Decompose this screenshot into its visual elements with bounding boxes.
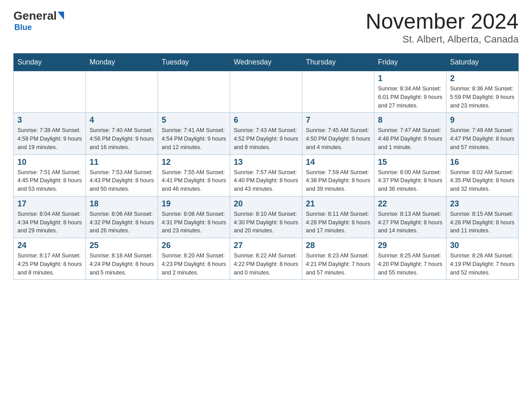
calendar-cell: 21Sunrise: 8:11 AM Sunset: 4:28 PM Dayli… [302,196,374,238]
calendar-cell: 15Sunrise: 8:00 AM Sunset: 4:37 PM Dayli… [374,154,446,196]
calendar-cell: 29Sunrise: 8:25 AM Sunset: 4:20 PM Dayli… [374,238,446,280]
weekday-header-tuesday: Tuesday [158,54,230,71]
calendar-cell: 14Sunrise: 7:59 AM Sunset: 4:38 PM Dayli… [302,154,374,196]
weekday-header-row: SundayMondayTuesdayWednesdayThursdayFrid… [14,54,519,71]
calendar-cell: 24Sunrise: 8:17 AM Sunset: 4:25 PM Dayli… [14,238,86,280]
day-number: 12 [162,158,226,167]
calendar-cell: 3Sunrise: 7:38 AM Sunset: 4:58 PM Daylig… [14,113,86,154]
calendar-cell: 8Sunrise: 7:47 AM Sunset: 4:48 PM Daylig… [374,113,446,154]
calendar-cell: 26Sunrise: 8:20 AM Sunset: 4:23 PM Dayli… [158,238,230,280]
day-info: Sunrise: 7:43 AM Sunset: 4:52 PM Dayligh… [234,126,298,151]
weekday-header-sunday: Sunday [14,54,86,71]
day-number: 17 [17,199,82,209]
day-info: Sunrise: 8:23 AM Sunset: 4:21 PM Dayligh… [306,252,370,277]
day-number: 21 [306,199,370,209]
day-number: 22 [378,199,442,209]
calendar-cell: 18Sunrise: 8:06 AM Sunset: 4:32 PM Dayli… [86,196,158,238]
logo-wordmark: General [13,9,64,23]
day-number: 15 [378,158,442,167]
day-number: 29 [378,241,442,250]
page-header: General Blue November 2024 St. Albert, A… [13,9,519,45]
day-number: 11 [90,158,154,167]
calendar-cell: 4Sunrise: 7:40 AM Sunset: 4:56 PM Daylig… [86,113,158,154]
day-info: Sunrise: 8:36 AM Sunset: 5:59 PM Dayligh… [450,85,515,110]
day-number: 5 [162,116,226,125]
day-number: 24 [17,241,82,250]
day-number: 2 [450,74,515,83]
day-number: 3 [17,116,82,125]
calendar-cell [230,71,302,113]
weekday-header-thursday: Thursday [302,54,374,71]
day-info: Sunrise: 7:38 AM Sunset: 4:58 PM Dayligh… [17,126,82,151]
calendar-week-row: 10Sunrise: 7:51 AM Sunset: 4:45 PM Dayli… [14,154,519,196]
logo-general-text: General [13,9,57,23]
calendar-cell: 2Sunrise: 8:36 AM Sunset: 5:59 PM Daylig… [446,71,519,113]
day-info: Sunrise: 7:51 AM Sunset: 4:45 PM Dayligh… [17,168,82,193]
day-number: 26 [162,241,226,250]
calendar-cell: 7Sunrise: 7:45 AM Sunset: 4:50 PM Daylig… [302,113,374,154]
calendar-week-row: 1Sunrise: 8:34 AM Sunset: 6:01 PM Daylig… [14,71,519,113]
calendar-cell: 11Sunrise: 7:53 AM Sunset: 4:43 PM Dayli… [86,154,158,196]
day-info: Sunrise: 8:13 AM Sunset: 4:27 PM Dayligh… [378,210,442,235]
day-info: Sunrise: 8:10 AM Sunset: 4:30 PM Dayligh… [234,210,298,235]
day-info: Sunrise: 8:02 AM Sunset: 4:35 PM Dayligh… [450,168,515,193]
calendar-cell: 10Sunrise: 7:51 AM Sunset: 4:45 PM Dayli… [14,154,86,196]
day-number: 6 [234,116,298,125]
day-info: Sunrise: 7:40 AM Sunset: 4:56 PM Dayligh… [90,126,154,151]
day-info: Sunrise: 8:00 AM Sunset: 4:37 PM Dayligh… [378,168,442,193]
day-number: 28 [306,241,370,250]
day-info: Sunrise: 8:34 AM Sunset: 6:01 PM Dayligh… [378,85,442,110]
calendar-cell: 19Sunrise: 8:08 AM Sunset: 4:31 PM Dayli… [158,196,230,238]
day-info: Sunrise: 8:15 AM Sunset: 4:26 PM Dayligh… [450,210,515,235]
logo-blue-text: Blue [14,23,32,32]
day-number: 9 [450,116,515,125]
day-info: Sunrise: 8:17 AM Sunset: 4:25 PM Dayligh… [17,252,82,277]
day-info: Sunrise: 8:25 AM Sunset: 4:20 PM Dayligh… [378,252,442,277]
day-number: 1 [378,74,442,83]
weekday-header-wednesday: Wednesday [230,54,302,71]
calendar-cell: 23Sunrise: 8:15 AM Sunset: 4:26 PM Dayli… [446,196,519,238]
day-info: Sunrise: 7:59 AM Sunset: 4:38 PM Dayligh… [306,168,370,193]
day-info: Sunrise: 8:08 AM Sunset: 4:31 PM Dayligh… [162,210,226,235]
calendar-cell [86,71,158,113]
calendar-cell [302,71,374,113]
calendar-week-row: 24Sunrise: 8:17 AM Sunset: 4:25 PM Dayli… [14,238,519,280]
day-number: 13 [234,158,298,167]
day-number: 18 [90,199,154,209]
calendar-cell: 25Sunrise: 8:18 AM Sunset: 4:24 PM Dayli… [86,238,158,280]
calendar-cell: 13Sunrise: 7:57 AM Sunset: 4:40 PM Dayli… [230,154,302,196]
day-number: 8 [378,116,442,125]
day-info: Sunrise: 7:45 AM Sunset: 4:50 PM Dayligh… [306,126,370,151]
calendar-cell: 16Sunrise: 8:02 AM Sunset: 4:35 PM Dayli… [446,154,519,196]
day-info: Sunrise: 8:22 AM Sunset: 4:22 PM Dayligh… [234,252,298,277]
calendar-cell: 12Sunrise: 7:55 AM Sunset: 4:41 PM Dayli… [158,154,230,196]
day-number: 27 [234,241,298,250]
day-info: Sunrise: 8:20 AM Sunset: 4:23 PM Dayligh… [162,252,226,277]
calendar-cell: 27Sunrise: 8:22 AM Sunset: 4:22 PM Dayli… [230,238,302,280]
day-info: Sunrise: 7:41 AM Sunset: 4:54 PM Dayligh… [162,126,226,151]
weekday-header-saturday: Saturday [446,54,519,71]
calendar-cell: 5Sunrise: 7:41 AM Sunset: 4:54 PM Daylig… [158,113,230,154]
title-block: November 2024 St. Albert, Alberta, Canad… [365,9,519,45]
day-number: 20 [234,199,298,209]
day-info: Sunrise: 7:55 AM Sunset: 4:41 PM Dayligh… [162,168,226,193]
calendar-cell: 1Sunrise: 8:34 AM Sunset: 6:01 PM Daylig… [374,71,446,113]
logo: General Blue [13,9,64,32]
day-info: Sunrise: 8:06 AM Sunset: 4:32 PM Dayligh… [90,210,154,235]
weekday-header-friday: Friday [374,54,446,71]
calendar-table: SundayMondayTuesdayWednesdayThursdayFrid… [13,53,519,280]
day-number: 30 [450,241,515,250]
day-info: Sunrise: 8:04 AM Sunset: 4:34 PM Dayligh… [17,210,82,235]
day-number: 4 [90,116,154,125]
month-year-title: November 2024 [365,9,519,34]
calendar-week-row: 17Sunrise: 8:04 AM Sunset: 4:34 PM Dayli… [14,196,519,238]
day-info: Sunrise: 7:47 AM Sunset: 4:48 PM Dayligh… [378,126,442,151]
calendar-cell [14,71,86,113]
calendar-cell: 20Sunrise: 8:10 AM Sunset: 4:30 PM Dayli… [230,196,302,238]
calendar-cell: 28Sunrise: 8:23 AM Sunset: 4:21 PM Dayli… [302,238,374,280]
calendar-week-row: 3Sunrise: 7:38 AM Sunset: 4:58 PM Daylig… [14,113,519,154]
calendar-cell: 17Sunrise: 8:04 AM Sunset: 4:34 PM Dayli… [14,196,86,238]
day-number: 25 [90,241,154,250]
day-number: 19 [162,199,226,209]
day-info: Sunrise: 8:18 AM Sunset: 4:24 PM Dayligh… [90,252,154,277]
